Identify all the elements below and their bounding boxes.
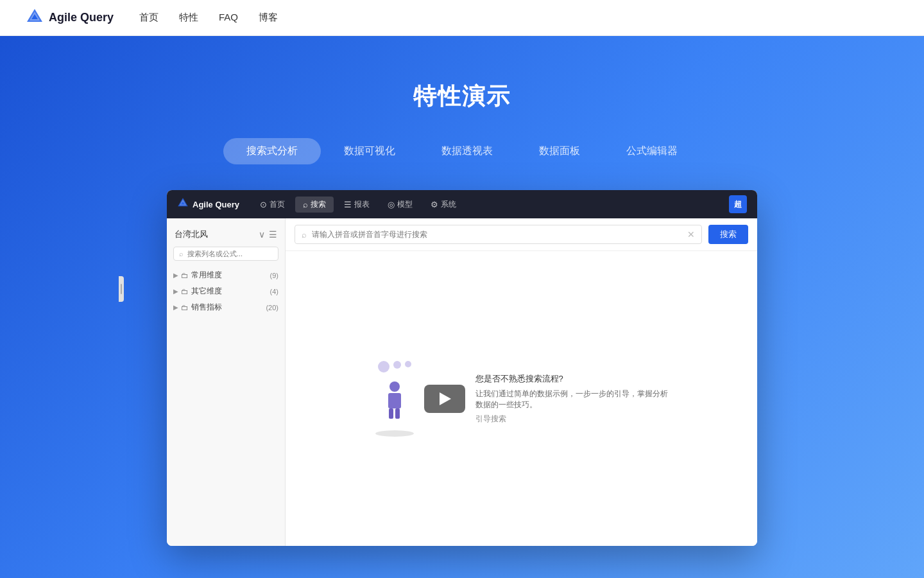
sidebar-search-icon: ⌕ xyxy=(179,250,184,258)
sidebar-item-common-dims[interactable]: ▶ 🗀 常用维度 (9) xyxy=(167,267,285,283)
app-nav-report-label: 报表 xyxy=(354,199,370,210)
tab-search-analysis[interactable]: 搜索式分析 xyxy=(223,138,321,164)
video-area: 您是否不熟悉搜索流程? 让我们通过简单的数据示例，一步一步的引导，掌握分析数据的… xyxy=(375,361,668,437)
sidebar-item-other-dims[interactable]: ▶ 🗀 其它维度 (4) xyxy=(167,283,285,299)
report-icon: ☰ xyxy=(344,200,352,209)
app-main: ⌕ ✕ 搜索 xyxy=(286,218,757,546)
illustration xyxy=(375,361,414,437)
sidebar-search[interactable]: ⌕ xyxy=(173,247,278,261)
video-placeholder: 您是否不熟悉搜索流程? 让我们通过简单的数据示例，一步一步的引导，掌握分析数据的… xyxy=(375,361,668,437)
home-icon: ⊙ xyxy=(260,200,267,209)
search-bar: ⌕ ✕ 搜索 xyxy=(286,218,757,251)
sidebar-item-label: 常用维度 xyxy=(191,270,268,280)
play-button[interactable] xyxy=(424,385,465,413)
sidebar-title: 台湾北风 xyxy=(175,229,208,240)
tooltip-desc: 让我们通过简单的数据示例，一步一步的引导，掌握分析数据的一些技巧。 xyxy=(475,389,668,411)
app-nav-search[interactable]: ⌕ 搜索 xyxy=(295,197,334,213)
folder-icon: 🗀 xyxy=(181,271,189,280)
demo-window: Agile Query ⊙ 首页 ⌕ 搜索 ☰ 报表 ◎ 模型 xyxy=(167,190,757,546)
nav-blog[interactable]: 博客 xyxy=(259,12,278,24)
app-nav-search-label: 搜索 xyxy=(311,199,326,210)
menu-icon[interactable]: ☰ xyxy=(269,229,277,240)
sidebar-search-input[interactable] xyxy=(187,250,273,258)
person-legs xyxy=(379,408,411,419)
app-logo-text: Agile Query xyxy=(193,200,239,209)
sidebar-actions: ∨ ☰ xyxy=(259,229,277,240)
person-leg-right xyxy=(395,408,400,419)
system-icon: ⚙ xyxy=(431,200,438,209)
search-input-wrap[interactable]: ⌕ ✕ xyxy=(295,225,702,244)
tooltip-title: 您是否不熟悉搜索流程? xyxy=(475,373,668,385)
app-nav-system[interactable]: ⚙ 系统 xyxy=(423,197,464,213)
nav-features[interactable]: 特性 xyxy=(179,12,198,24)
chevron-down-icon[interactable]: ∨ xyxy=(259,229,265,240)
navbar: Agile Query 首页 特性 FAQ 博客 xyxy=(0,0,924,36)
feature-tabs: 搜索式分析 数据可视化 数据透视表 数据面板 公式编辑器 xyxy=(223,138,701,164)
dot xyxy=(405,361,411,367)
app-nav-model[interactable]: ◎ 模型 xyxy=(380,197,420,213)
nav-faq[interactable]: FAQ xyxy=(219,12,238,24)
person-leg-left xyxy=(389,408,393,419)
search-nav-icon: ⌕ xyxy=(303,200,308,209)
app-body: 台湾北风 ∨ ☰ ⌕ ▶ 🗀 常用维度 (9) xyxy=(167,218,757,546)
expand-icon: ▶ xyxy=(173,288,178,295)
app-logo: Agile Query xyxy=(177,197,239,211)
shadow-ellipse xyxy=(375,430,414,437)
hero-title: 特性演示 xyxy=(413,81,511,112)
app-nav-report[interactable]: ☰ 报表 xyxy=(336,197,377,213)
search-icon: ⌕ xyxy=(302,230,307,240)
main-content: 您是否不熟悉搜索流程? 让我们通过简单的数据示例，一步一步的引导，掌握分析数据的… xyxy=(286,251,757,546)
search-input[interactable] xyxy=(312,230,682,239)
dot xyxy=(378,361,389,372)
tab-data-viz[interactable]: 数据可视化 xyxy=(321,138,418,164)
app-nav-links: ⊙ 首页 ⌕ 搜索 ☰ 报表 ◎ 模型 ⚙ 系统 xyxy=(252,197,729,213)
app-navbar: Agile Query ⊙ 首页 ⌕ 搜索 ☰ 报表 ◎ 模型 xyxy=(167,190,757,218)
app-nav-model-label: 模型 xyxy=(397,199,413,210)
person-figure xyxy=(379,381,411,426)
search-button[interactable]: 搜索 xyxy=(708,225,748,244)
sidebar-header: 台湾北风 ∨ ☰ xyxy=(167,226,285,247)
app-nav-home[interactable]: ⊙ 首页 xyxy=(252,197,293,213)
clear-icon[interactable]: ✕ xyxy=(687,229,695,240)
folder-icon: 🗀 xyxy=(181,287,189,296)
floating-dots xyxy=(378,361,411,372)
expand-icon: ▶ xyxy=(173,272,178,279)
tab-pivot-table[interactable]: 数据透视表 xyxy=(418,138,516,164)
person-body xyxy=(388,393,401,408)
folder-icon: 🗀 xyxy=(181,303,189,312)
nav-links: 首页 特性 FAQ 博客 xyxy=(139,12,278,24)
sidebar-item-count: (9) xyxy=(270,272,278,279)
person-head xyxy=(389,381,400,392)
sidebar-item-sales-metrics[interactable]: ▶ 🗀 销售指标 (20) xyxy=(167,299,285,315)
model-icon: ◎ xyxy=(388,200,395,209)
app-nav-system-label: 系统 xyxy=(441,199,456,210)
play-icon xyxy=(440,392,451,405)
sidebar-item-label: 其它维度 xyxy=(191,286,268,296)
tab-formula-editor[interactable]: 公式编辑器 xyxy=(603,138,701,164)
sidebar-item-count: (4) xyxy=(270,288,278,295)
guide-link[interactable]: 引导搜索 xyxy=(475,414,668,424)
logo-text: Agile Query xyxy=(49,11,114,24)
avatar[interactable]: 超 xyxy=(729,195,747,213)
tab-dashboard[interactable]: 数据面板 xyxy=(516,138,603,164)
hero-section: 特性演示 搜索式分析 数据可视化 数据透视表 数据面板 公式编辑器 Agile … xyxy=(0,36,924,578)
tooltip-box: 您是否不熟悉搜索流程? 让我们通过简单的数据示例，一步一步的引导，掌握分析数据的… xyxy=(475,373,668,425)
logo[interactable]: Agile Query xyxy=(26,8,114,28)
app-sidebar: 台湾北风 ∨ ☰ ⌕ ▶ 🗀 常用维度 (9) xyxy=(167,218,286,546)
expand-icon: ▶ xyxy=(173,304,178,311)
app-nav-home-label: 首页 xyxy=(270,199,285,210)
dot xyxy=(393,361,401,369)
sidebar-item-count: (20) xyxy=(266,304,278,311)
sidebar-item-label: 销售指标 xyxy=(191,302,263,312)
app-logo-icon xyxy=(177,197,189,211)
logo-icon xyxy=(26,8,44,28)
nav-home[interactable]: 首页 xyxy=(139,12,158,24)
